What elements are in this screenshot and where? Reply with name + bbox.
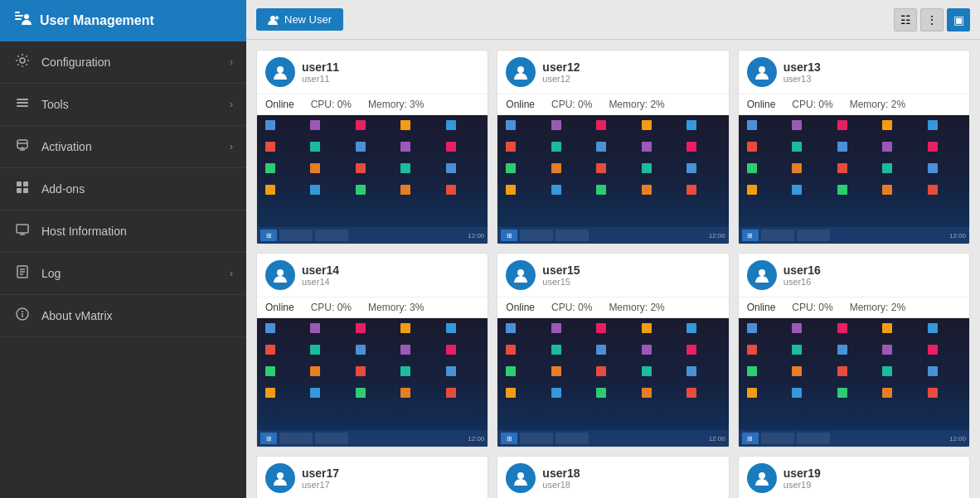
list-view-button[interactable]: ☷ [894,8,917,31]
sidebar-item-tools[interactable]: Tools › [0,84,246,126]
desktop-icon [548,142,565,158]
svg-rect-14 [17,188,22,193]
desktop-icon [502,345,519,361]
user-icon [753,63,771,81]
desktop-icon [788,388,805,404]
user-card-user13[interactable]: user13 user13 Online CPU: 0% Memory: 2% … [738,50,970,244]
desktop-icon [834,323,851,340]
svg-rect-2 [15,18,22,20]
about-icon [13,307,32,325]
user-cpu-user11: CPU: 0% [311,99,352,110]
desktop-icon [548,120,565,137]
desktop-icon [443,185,459,201]
svg-rect-1 [15,15,23,17]
desktop-icon [788,142,805,158]
user-card-user16[interactable]: user16 user16 Online CPU: 0% Memory: 2% … [738,253,970,447]
desktop-icon [443,163,459,180]
desktop-icon [548,163,565,180]
user-icon [271,469,289,487]
taskbar-clock: 12:00 [949,435,966,442]
desktop-icon [352,185,369,201]
svg-point-36 [517,472,524,479]
sidebar-item-log[interactable]: Log › [0,253,246,295]
sidebar-item-host-information[interactable]: Host Information [0,210,246,253]
user-card-user19[interactable]: user19 user19 Online CPU: 0% Memory: 2% … [738,456,970,498]
user-status-user15: Online [506,302,535,313]
arrow-icon-log: › [230,268,233,279]
desktop-icon [397,366,414,383]
desktop-icon [397,163,414,180]
sidebar-item-activation[interactable]: Activation › [0,126,246,168]
taskbar: ⊞ 12:00 [497,227,728,244]
desktop-icon [638,345,655,361]
user-info: user13 user13 [784,60,821,84]
screen-view-button[interactable]: ▣ [947,8,970,31]
user-card-user14[interactable]: user14 user14 Online CPU: 0% Memory: 3% … [256,253,488,447]
new-user-button[interactable]: New User [256,8,343,31]
user-card-user17[interactable]: user17 user17 Online CPU: 0% Memory: 2% … [256,456,488,498]
user-icon [753,469,771,487]
arrow-icon-configuration: › [230,56,233,68]
user-name-user17: user17 [302,467,339,480]
user-avatar-user11 [265,57,295,87]
desktop-icon [879,345,895,361]
taskbar: ⊞ 12:00 [739,430,969,447]
user-name-user14: user14 [302,264,339,277]
taskbar: ⊞ 12:00 [257,430,488,447]
taskbar-item [315,433,348,444]
desktop-icon [502,185,519,201]
user-info: user19 user19 [784,467,821,490]
desktop-icon [683,323,700,340]
svg-rect-13 [23,181,28,186]
svg-point-29 [277,66,284,73]
sidebar-item-configuration[interactable]: Configuration › [0,41,246,84]
user-name-user12: user12 [542,60,580,74]
user-card-user11[interactable]: user11 user11 Online CPU: 0% Memory: 3% … [256,50,488,244]
desktop-icon [262,345,279,361]
user-screen-user15[interactable]: ⊞ 12:00 [497,318,728,447]
sidebar-item-addons[interactable]: Add-ons [0,168,246,210]
user-screen-user14[interactable]: ⊞ 12:00 [257,318,488,447]
arrow-icon-activation: › [230,141,233,152]
desktop-icon [638,120,655,137]
user-screen-user16[interactable]: ⊞ 12:00 [739,318,969,447]
sidebar-item-about[interactable]: About vMatrix [0,295,246,337]
desktop-icon [352,142,369,158]
user-card-user15[interactable]: user15 user15 Online CPU: 0% Memory: 2% … [497,253,729,447]
sidebar-item-label-log: Log [41,267,61,280]
desktop-icon [788,185,805,201]
sidebar-item-label-about: About vMatrix [41,309,113,322]
desktop-icon [352,120,369,137]
user-card-user12[interactable]: user12 user12 Online CPU: 0% Memory: 2% … [497,50,729,244]
start-button: ⊞ [501,433,517,444]
user-subname-user18: user18 [542,480,580,490]
desktop-icon [307,388,323,404]
user-screen-user13[interactable]: ⊞ 12:00 [739,115,969,244]
start-button: ⊞ [742,433,759,444]
desktop-icon [879,388,895,404]
grid-view-button[interactable]: ⋮ [920,8,944,31]
sidebar: User Management Configuration › Tools › … [0,0,246,498]
user-cpu-user12: CPU: 0% [551,99,592,110]
svg-rect-0 [15,12,20,13]
user-stats-user16: Online CPU: 0% Memory: 2% [739,297,969,318]
desktop-icon [834,163,851,180]
user-screen-user11[interactable]: ⊞ 12:00 [257,115,488,244]
desktop-icon [443,142,459,158]
start-button: ⊞ [260,230,277,241]
desktop-icon [788,366,805,383]
svg-point-37 [759,472,765,479]
user-stats-user13: Online CPU: 0% Memory: 2% [739,94,969,115]
user-screen-user12[interactable]: ⊞ 12:00 [497,115,728,244]
desktop-icon [352,163,369,180]
user-subname-user16: user16 [784,277,821,287]
desktop-icon [307,185,323,201]
desktop-icon [744,323,760,340]
desktop-icon [924,120,941,137]
user-avatar-user15 [506,260,536,290]
desktop-icon [307,323,323,340]
desktop-icon [638,142,655,158]
taskbar-clock: 12:00 [468,232,484,239]
user-card-user18[interactable]: user18 user18 Online CPU: 0% Memory: 2% … [497,456,729,498]
start-button: ⊞ [742,230,759,241]
